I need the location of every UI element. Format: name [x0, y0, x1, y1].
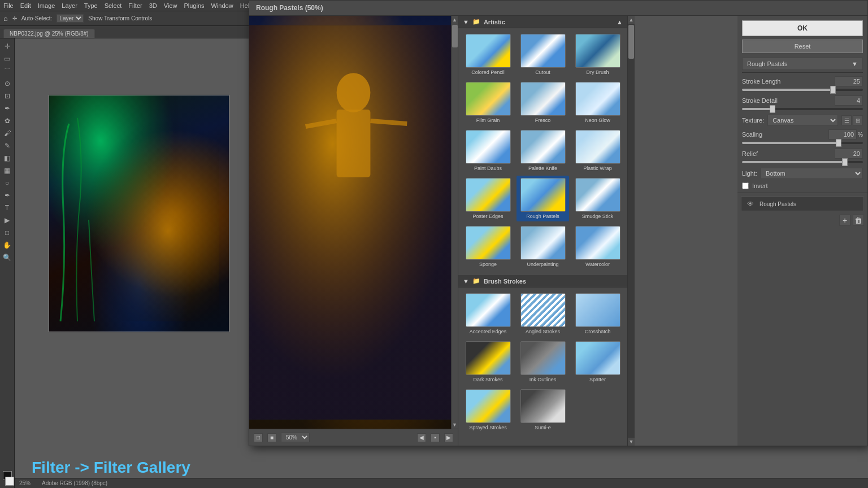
tool-spot-heal[interactable]: ✿ — [2, 115, 13, 127]
filter-underpainting[interactable]: Underpainting — [517, 224, 569, 269]
filter-rough-pastels[interactable]: Rough Pastels — [517, 176, 569, 221]
tool-clone[interactable]: ✎ — [2, 140, 13, 151]
svg-rect-1 — [49, 95, 219, 321]
delete-effect-btn[interactable]: 🗑 — [853, 215, 864, 226]
filter-smudge-stick[interactable]: Smudge Stick — [571, 176, 624, 221]
move-tool-icon[interactable]: ✛ — [12, 15, 17, 21]
filter-neon-glow[interactable]: Neon Glow — [571, 80, 624, 125]
preview-area: ▲ ▼ □ ■ 50% ◀ ▪ ▶ — [249, 16, 458, 446]
filter-dark-strokes[interactable]: Dark Strokes — [462, 339, 514, 385]
category-header-brush-strokes[interactable]: ▼ 📁 Brush Strokes — [458, 275, 627, 287]
tool-gradient[interactable]: ▦ — [2, 165, 13, 176]
stroke-detail-input[interactable] — [835, 95, 863, 106]
add-effect-btn[interactable]: + — [839, 215, 850, 226]
menu-file[interactable]: File — [3, 2, 14, 9]
tool-shape[interactable]: □ — [2, 227, 13, 238]
filter-name-dropdown[interactable]: Rough Pastels ▼ — [742, 58, 863, 70]
filter-accented-edges[interactable]: Accented Edges — [462, 291, 514, 337]
background-color[interactable] — [5, 477, 14, 486]
scaling-row: Scaling % — [742, 129, 863, 140]
stroke-length-input[interactable] — [835, 76, 863, 86]
tool-eyedropper[interactable]: ✒ — [2, 103, 13, 114]
relief-thumb[interactable] — [842, 158, 848, 166]
tool-zoom[interactable]: 🔍 — [2, 252, 13, 263]
tool-marquee[interactable]: ▭ — [2, 53, 13, 64]
tool-quick-select[interactable]: ⊙ — [2, 78, 13, 89]
tool-type[interactable]: T — [2, 202, 13, 213]
preview-next-btn[interactable]: ▶ — [444, 433, 453, 442]
filter-sprayed-strokes[interactable]: Sprayed Strokes — [462, 387, 514, 433]
relief-input[interactable] — [835, 149, 863, 159]
scaling-thumb[interactable] — [836, 139, 841, 147]
light-select[interactable]: Bottom Top Top Left Top Right Bottom Lef… — [761, 168, 863, 179]
preview-scrollbar[interactable]: ▲ ▼ — [451, 16, 458, 429]
scroll-down-btn[interactable]: ▼ — [452, 421, 458, 429]
filter-angled-strokes[interactable]: Angled Strokes — [517, 291, 569, 337]
preview-fill-btn[interactable]: ■ — [267, 433, 276, 442]
filter-crosshatch[interactable]: Crosshatch — [571, 291, 624, 337]
menu-layer[interactable]: Layer — [62, 2, 77, 9]
preview-bottom-bar: □ ■ 50% ◀ ▪ ▶ — [249, 429, 458, 446]
tool-pen[interactable]: ✒ — [2, 190, 13, 201]
filter-palette-knife[interactable]: Palette Knife — [517, 128, 569, 173]
menu-filter[interactable]: Filter — [128, 2, 142, 9]
scroll-up-btn[interactable]: ▲ — [452, 16, 458, 24]
category-up-arrow[interactable]: ▲ — [617, 19, 623, 25]
filter-scroll-down[interactable]: ▼ — [628, 438, 635, 446]
effects-bottom-bar: + 🗑 — [741, 215, 864, 226]
category-header-artistic[interactable]: ▼ 📁 Artistic ▲ — [458, 16, 627, 28]
stroke-detail-thumb[interactable] — [770, 105, 775, 113]
filter-ink-outlines[interactable]: Ink Outlines — [517, 339, 569, 385]
filter-cutout[interactable]: Cutout — [517, 32, 569, 77]
menu-3d[interactable]: 3D — [149, 2, 157, 9]
filter-colored-pencil[interactable]: Colored Pencil — [462, 32, 514, 77]
filter-sponge[interactable]: Sponge — [462, 224, 514, 269]
menu-select[interactable]: Select — [105, 2, 122, 9]
settings-divider-1 — [742, 72, 863, 73]
filter-sumi-e[interactable]: Sumi-e — [517, 387, 569, 433]
preview-zoom-select[interactable]: 50% — [281, 433, 310, 442]
menu-view[interactable]: View — [164, 2, 177, 9]
tool-lasso[interactable]: ⌒ — [2, 66, 13, 77]
menu-window[interactable]: Window — [211, 2, 233, 9]
filter-watercolor[interactable]: Watercolor — [571, 224, 624, 269]
filter-poster-edges[interactable]: Poster Edges — [462, 176, 514, 221]
menu-edit[interactable]: Edit — [20, 2, 31, 9]
preview-prev-btn[interactable]: ◀ — [417, 433, 426, 442]
menu-image[interactable]: Image — [38, 2, 55, 9]
home-icon[interactable]: ⌂ — [3, 14, 8, 23]
tool-crop[interactable]: ⊡ — [2, 90, 13, 102]
filter-scroll-thumb[interactable] — [628, 25, 634, 59]
preview-fit-btn[interactable]: □ — [254, 433, 263, 442]
reset-button[interactable]: Reset — [742, 40, 863, 53]
texture-options-btn[interactable]: ☰ — [841, 115, 852, 125]
tool-hand[interactable]: ✋ — [2, 239, 13, 251]
category-folder-icon: 📁 — [472, 18, 480, 25]
tool-eraser[interactable]: ◧ — [2, 152, 13, 164]
filter-scroll-up[interactable]: ▲ — [628, 16, 635, 24]
menu-plugins[interactable]: Plugins — [184, 2, 204, 9]
filter-fresco[interactable]: Fresco — [517, 80, 569, 125]
filter-paint-daubs[interactable]: Paint Daubs — [462, 128, 514, 173]
preview-orig-btn[interactable]: ▪ — [431, 433, 440, 442]
filter-film-grain[interactable]: Film Grain — [462, 80, 514, 125]
filter-dry-brush[interactable]: Dry Brush — [571, 32, 624, 77]
stroke-length-thumb[interactable] — [830, 86, 836, 94]
ok-button[interactable]: OK — [742, 20, 863, 36]
scroll-thumb[interactable] — [452, 25, 458, 47]
auto-select-dropdown[interactable]: Layer — [57, 14, 84, 23]
invert-checkbox[interactable] — [742, 182, 749, 189]
menu-type[interactable]: Type — [84, 2, 98, 9]
tool-brush[interactable]: 🖌 — [2, 128, 13, 139]
filter-spatter[interactable]: Spatter — [571, 339, 624, 385]
texture-scale-btn[interactable]: ⊞ — [853, 115, 863, 125]
tool-dodge[interactable]: ○ — [2, 177, 13, 189]
tool-path-select[interactable]: ▶ — [2, 215, 13, 226]
filter-plastic-wrap[interactable]: Plastic Wrap — [571, 128, 624, 173]
texture-select[interactable]: Canvas Brick Burlap Sandstone — [767, 115, 838, 126]
stroke-detail-slider-track — [742, 108, 863, 110]
eye-visibility-icon[interactable]: 👁 — [746, 199, 755, 208]
scaling-input[interactable] — [828, 129, 857, 140]
canvas-tab[interactable]: NBP0322.jpg @ 25% (RGB/8#) — [3, 29, 95, 38]
tool-move[interactable]: ✛ — [2, 41, 13, 52]
